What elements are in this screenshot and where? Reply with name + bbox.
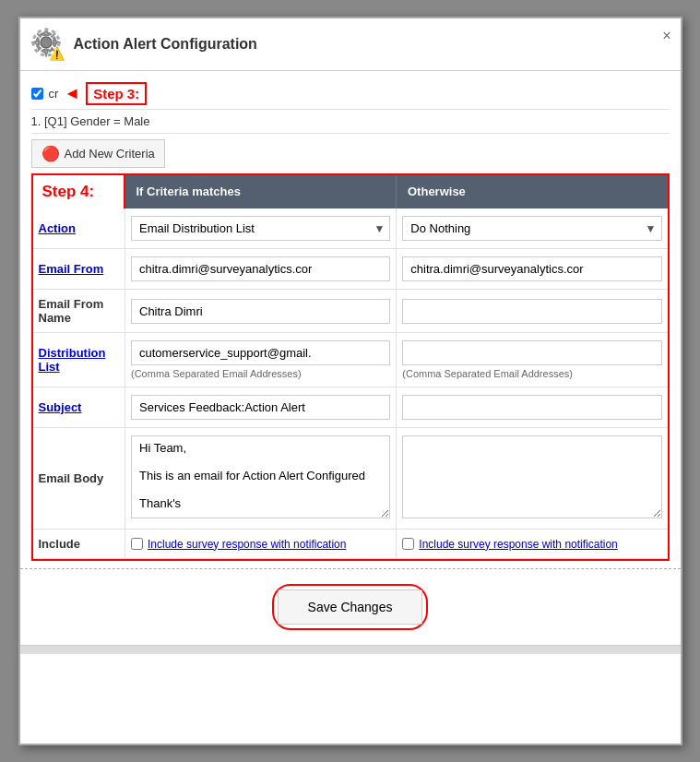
distribution-list-otherwise-hint: (Comma Separated Email Addresses) — [402, 368, 661, 379]
step3-arrow: ◄ — [64, 84, 80, 103]
step3-checkbox[interactable] — [31, 88, 43, 100]
include-otherwise-checkbox[interactable] — [402, 538, 414, 550]
dialog-title: Action Alert Configuration — [74, 36, 257, 53]
action-if-select[interactable]: Email Distribution List Do Nothing — [131, 216, 390, 241]
save-btn-wrapper: Save Changes — [272, 584, 429, 630]
distribution-list-label[interactable]: Distribution List — [33, 333, 125, 387]
include-if-cell: Include survey response with notificatio… — [125, 530, 397, 559]
add-criteria-button[interactable]: 🔴 Add New Criteria — [31, 139, 165, 168]
email-from-name-label: Email From Name — [33, 290, 125, 333]
email-body-label: Email Body — [33, 428, 125, 530]
criteria-item: 1. [Q1] Gender = Male — [31, 110, 670, 134]
config-table: Action Email Distribution List Do Nothin… — [33, 208, 668, 559]
step4-label-box: Step 4: — [33, 175, 125, 208]
subject-label[interactable]: Subject — [33, 387, 125, 428]
action-row: Action Email Distribution List Do Nothin… — [33, 208, 668, 249]
step4-label: Step 4: — [42, 183, 95, 201]
include-otherwise-cell: Include survey response with notificatio… — [397, 530, 668, 559]
step3-row: cr ◄ Step 3: — [31, 78, 670, 110]
include-row: Include Include survey response with not… — [33, 530, 668, 559]
email-body-if-cell — [125, 428, 397, 530]
include-otherwise-container: Include survey response with notificatio… — [402, 538, 661, 551]
add-criteria-icon: 🔴 — [42, 145, 60, 162]
subject-otherwise-cell — [397, 387, 668, 428]
warning-icon: ⚠️ — [49, 46, 65, 61]
save-changes-button[interactable]: Save Changes — [278, 589, 423, 625]
step4-header-row: Step 4: If Criteria matches Otherwise — [33, 175, 668, 208]
distribution-list-if-cell: (Comma Separated Email Addresses) — [125, 333, 397, 387]
email-from-name-if-input[interactable] — [131, 299, 390, 324]
action-alert-dialog: ⚠️ Action Alert Configuration × cr ◄ Ste… — [18, 17, 682, 745]
col-otherwise-header: Otherwise — [397, 175, 668, 208]
gear-icon: ⚠️ — [31, 28, 65, 61]
subject-if-input[interactable] — [131, 395, 390, 420]
dialog-titlebar: ⚠️ Action Alert Configuration × — [20, 18, 681, 71]
subject-row: Subject — [33, 387, 668, 428]
email-from-otherwise-cell — [397, 249, 668, 290]
action-label[interactable]: Action — [33, 208, 125, 249]
step4-section: Step 4: If Criteria matches Otherwise Ac… — [31, 173, 670, 561]
col-if-header: If Criteria matches — [125, 175, 397, 208]
scrollbar[interactable] — [20, 645, 681, 654]
table-header-row: If Criteria matches Otherwise — [125, 175, 668, 208]
dialog-body: cr ◄ Step 3: 1. [Q1] Gender = Male 🔴 Add… — [20, 71, 681, 568]
close-button[interactable]: × — [662, 28, 670, 44]
email-from-if-input[interactable] — [131, 256, 390, 281]
action-otherwise-cell: Do Nothing Email Distribution List ▼ — [397, 208, 668, 249]
action-if-cell: Email Distribution List Do Nothing ▼ — [125, 208, 397, 249]
include-label: Include — [33, 530, 125, 559]
email-from-name-row: Email From Name — [33, 290, 668, 333]
email-body-row: Email Body — [33, 428, 668, 530]
action-if-select-wrapper: Email Distribution List Do Nothing ▼ — [131, 216, 390, 241]
add-criteria-label: Add New Criteria — [65, 147, 155, 161]
action-otherwise-select[interactable]: Do Nothing Email Distribution List — [402, 216, 661, 241]
distribution-list-otherwise-input[interactable] — [402, 340, 661, 365]
email-from-label[interactable]: Email From — [33, 249, 125, 290]
subject-if-cell — [125, 387, 397, 428]
email-from-row: Email From — [33, 249, 668, 290]
email-from-otherwise-input[interactable] — [402, 256, 661, 281]
include-if-container: Include survey response with notificatio… — [131, 538, 390, 551]
email-body-if-textarea[interactable] — [131, 435, 390, 518]
step3-checkbox-label: cr — [49, 87, 59, 101]
include-if-checkbox[interactable] — [131, 538, 143, 550]
distribution-list-otherwise-cell: (Comma Separated Email Addresses) — [397, 333, 668, 387]
step3-label: Step 3: — [86, 82, 147, 105]
email-body-otherwise-cell — [397, 428, 668, 530]
include-if-label[interactable]: Include survey response with notificatio… — [148, 538, 346, 551]
email-from-if-cell — [125, 249, 397, 290]
dialog-footer: Save Changes — [20, 568, 681, 645]
email-from-name-otherwise-cell — [397, 290, 668, 333]
include-otherwise-label[interactable]: Include survey response with notificatio… — [419, 538, 617, 551]
distribution-list-row: Distribution List (Comma Separated Email… — [33, 333, 668, 387]
distribution-list-if-hint: (Comma Separated Email Addresses) — [131, 368, 390, 379]
email-body-otherwise-textarea[interactable] — [402, 435, 661, 518]
action-otherwise-select-wrapper: Do Nothing Email Distribution List ▼ — [402, 216, 661, 241]
distribution-list-if-input[interactable] — [131, 340, 390, 365]
email-from-name-if-cell — [125, 290, 397, 333]
subject-otherwise-input[interactable] — [402, 395, 661, 420]
email-from-name-otherwise-input[interactable] — [402, 299, 661, 324]
